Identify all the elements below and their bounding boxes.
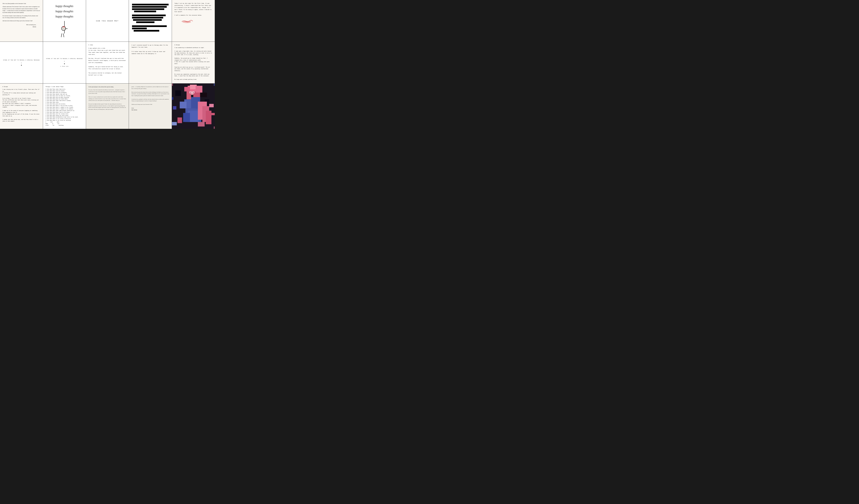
cell-cut-note: Today I cut my skin open for the first t…: [172, 0, 215, 42]
redacted-bar-1: [132, 4, 169, 5]
special-letter-signature: Love,Dan Salvato: [131, 107, 169, 111]
figure-head: ✿✿: [61, 26, 66, 31]
joke-text: A man walked into a club. In the club, t…: [89, 47, 126, 76]
pixel-art-grid: [172, 83, 215, 129]
cell-stare-1: STARE AT THE DOT TO REVEAL A SPECIAL MES…: [0, 42, 43, 83]
svg-rect-24: [190, 92, 191, 93]
svg-rect-34: [214, 127, 215, 129]
figure-mouth: [63, 28, 65, 29]
redacted-bar-11: [134, 30, 159, 32]
redacted-bar-7: [133, 19, 162, 21]
svg-rect-21: [183, 113, 190, 122]
cell-stare-2: STARE AT THE DOT TO REVEAL A SPECIAL MES…: [43, 42, 86, 83]
left-leg: [61, 33, 62, 37]
papa-item: I like when Papa doesn't comment on my f…: [46, 107, 84, 108]
farewell-thanks: For the time it lasted, I want to thank …: [2, 15, 40, 19]
svg-rect-26: [172, 97, 174, 100]
cut-note-text: Today I cut my skin open for the first t…: [175, 2, 212, 13]
redacted-bar-5: [132, 15, 166, 16]
papa-item: I like when Papa is too tired to notice …: [46, 118, 84, 120]
svg-rect-16: [209, 104, 214, 107]
bow-decoration: ✿✿: [63, 26, 65, 28]
papa-list-items: I like when Papa comes home early. I lik…: [46, 89, 84, 126]
svg-point-0: [183, 21, 191, 23]
cell-dream-nails: A Dream I was staying over at my friend'…: [0, 83, 43, 129]
pixel-art-svg: [172, 83, 215, 129]
papa-item: I like when Papa uses his inside voice.: [46, 113, 84, 115]
happy-text-3: happy thoughts: [56, 14, 73, 19]
special-letter-body-2: games — or anything. Differences are pre…: [131, 86, 169, 106]
dot-2: [64, 63, 65, 64]
papa-item-spaced: Papa is too: [46, 123, 84, 125]
farewell-most: And most of all, thank you for being a p…: [2, 20, 40, 22]
redacted-bar-2: [132, 6, 167, 8]
dream-title-1: A Dream: [175, 44, 212, 46]
papa-item: I like when Papa is too tired for anythi…: [46, 120, 84, 121]
cell-special-letter-2: games — or anything. Differences are pre…: [129, 83, 172, 129]
papa-item-spaced: tired for anything.: [46, 125, 84, 126]
cell-joke: A Joke A man walked into a club. In the …: [86, 42, 129, 83]
cell-pixel-art: [172, 83, 215, 129]
svg-rect-31: [172, 83, 173, 86]
papa-item: I like when Papa asks me about my friend…: [46, 95, 84, 97]
main-grid: This is my final goodbye to the Literatu…: [0, 0, 215, 129]
papa-item: I like when Papa asks me about anything.: [46, 97, 84, 98]
papa-item: I like when Papa doesn't tell me how to …: [46, 105, 84, 107]
papa-item: I like when Papa doesn't comment on my h…: [46, 108, 84, 110]
special-letter-body: For years, I have been amazed by the abi…: [89, 89, 126, 110]
right-leg: [63, 33, 64, 37]
cell-redacted: [129, 0, 172, 42]
therapy-text-2: I'd rather keep this up until I blow my …: [131, 51, 169, 55]
special-letter-greeting: To the special player who achieved this …: [89, 86, 126, 88]
therapy-text: I can't convince myself to go to therapy…: [131, 44, 169, 49]
papa-item: I like when Papa comes home early.: [46, 89, 84, 90]
papa-item: I like when Papa gives me allowance.: [46, 92, 84, 94]
scratch-svg: [181, 19, 193, 24]
svg-rect-8: [175, 90, 181, 96]
papa-item: I like when Papa could me dinner.: [46, 90, 84, 92]
redacted-bar-3: [132, 8, 164, 10]
papa-item: I like when Papa leaves my stuff alone.: [46, 115, 84, 116]
cell-dream-warehouse: A Dream I was wandering an abandoned war…: [172, 42, 215, 83]
svg-rect-13: [184, 87, 190, 91]
redacted-bar-9: [132, 25, 167, 27]
cell-happy-thoughts: happy thoughts happy thoughts happy thou…: [43, 0, 86, 42]
dot-1: [21, 65, 22, 66]
svg-rect-37: [206, 111, 211, 124]
dream-nails-text: I was staying over at my friend's place.…: [2, 89, 40, 122]
papa-item: I like when Papa keeps food in the house…: [46, 112, 84, 113]
papa-item: I like when Papa comes home without waki…: [46, 110, 84, 112]
papa-list-title: Things I Like about Papa: [46, 86, 84, 88]
stare-footer: i love you: [60, 66, 69, 67]
papa-item: I like when Papa gives me privacy.: [46, 103, 84, 105]
farewell-body: I finally understand. The Literature Clu…: [2, 6, 40, 14]
cell-farewell-letter: This is my final goodbye to the Literatu…: [0, 0, 43, 42]
figure-legs: [61, 33, 67, 37]
joke-title: A Joke: [89, 44, 126, 46]
arrow-down-2: ↓: [64, 60, 65, 63]
stare-label-1: STARE AT THE DOT TO REVEAL A SPECIAL MES…: [3, 60, 40, 61]
svg-rect-32: [173, 83, 175, 86]
svg-rect-9: [200, 93, 207, 97]
cell-can-you-hear: CAN YOU HEAR ME?: [86, 0, 129, 42]
svg-rect-29: [172, 122, 177, 125]
happy-text-1: happy thoughts: [56, 3, 73, 9]
svg-rect-14: [196, 86, 202, 93]
svg-rect-25: [193, 92, 194, 93]
dream-warehouse-text: I was wandering an abandoned warehouse a…: [175, 47, 212, 81]
svg-rect-30: [198, 122, 205, 127]
papa-item: I like when Papa accidentally drops coin…: [46, 116, 84, 118]
redacted-bar-8: [136, 21, 154, 23]
cell-special-letter: To the special player who achieved this …: [86, 83, 129, 129]
redacted-bar-6: [132, 17, 163, 18]
hanging-figure: ✿✿: [61, 21, 67, 37]
redacted-bar-4: [134, 11, 156, 12]
arrow-down-1: ↓: [21, 62, 22, 64]
dream-title-2: A Dream: [2, 86, 40, 88]
farewell-letter-text: This is my final goodbye to the Literatu…: [2, 2, 40, 4]
papa-item-spaced: I like when: [46, 121, 84, 123]
happy-thoughts-container: happy thoughts happy thoughts happy thou…: [46, 2, 84, 37]
papa-item: I like when Papa comes home before sundo…: [46, 100, 84, 101]
svg-rect-18: [178, 117, 182, 123]
scratch-mark: [181, 19, 212, 25]
